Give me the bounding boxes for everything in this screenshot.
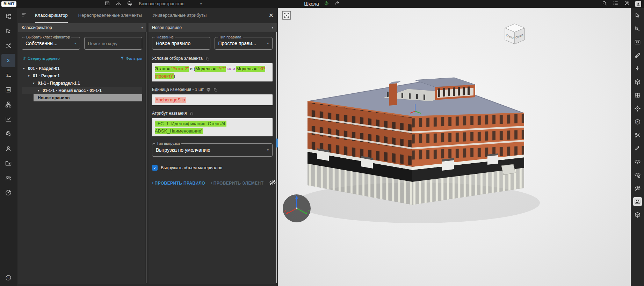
copy-icon[interactable] — [205, 56, 210, 61]
globe-edit-icon[interactable] — [127, 0, 132, 7]
viewport-3d[interactable]: Слева Сзади Z X Y — [278, 8, 644, 286]
collapse-tree-button[interactable]: Свернуть дерево — [22, 56, 60, 60]
graph-icon[interactable] — [1, 113, 15, 126]
filters-button[interactable]: Фильтры — [120, 56, 142, 60]
relations-icon[interactable] — [1, 39, 15, 52]
check-element-button[interactable]: ПРОВЕРИТЬ ЭЛЕМЕНТ — [211, 181, 263, 186]
collapse-tree-icon — [22, 56, 26, 60]
account-circle-icon[interactable] — [624, 0, 630, 7]
check-rule-button[interactable]: ПРОВЕРИТЬ ПРАВИЛО — [152, 181, 205, 186]
building-model[interactable] — [278, 8, 644, 286]
axis-gizmo[interactable]: Z X Y — [281, 192, 313, 226]
chevron-down-icon: ▾ — [265, 42, 269, 45]
workspace-label: Базовое пространство — [139, 1, 184, 6]
search-icon[interactable] — [602, 0, 607, 7]
tree-node[interactable]: ▾01 - Раздел-1 — [22, 72, 142, 79]
copy-icon[interactable] — [189, 111, 194, 116]
chevron-down-icon: ▾ — [265, 148, 269, 152]
workgroup-icon[interactable] — [116, 0, 121, 7]
2d-view-icon[interactable]: 2D — [1, 83, 15, 96]
tab-unallocated-elements[interactable]: Нераспределённые элементы — [78, 8, 142, 23]
measure-icon[interactable] — [633, 51, 642, 60]
filter-funnel-icon — [120, 56, 124, 60]
gear-icon[interactable] — [324, 0, 330, 7]
isometry-icon[interactable] — [633, 78, 642, 86]
list-icon[interactable] — [613, 0, 618, 7]
export-type-label: Тип выгрузки — [155, 141, 181, 145]
rule-type-select[interactable]: Тип правила Простое прави... ▾ — [215, 37, 273, 50]
screenshot-icon[interactable] — [633, 38, 642, 47]
archive-box-icon[interactable] — [104, 0, 110, 7]
tab-universal-attributes[interactable]: Универсальные атрибуты — [152, 8, 207, 23]
svg-text:?: ? — [8, 276, 9, 280]
code-search-field[interactable] — [84, 37, 143, 50]
select-icon[interactable] — [633, 11, 642, 20]
condition-editor[interactable]: Этаж = "Этаж 2" и (Модель = "АР" или Мод… — [152, 63, 273, 81]
visibility-settings-icon[interactable] — [633, 171, 642, 179]
locate-icon[interactable] — [633, 104, 642, 113]
tree-node[interactable]: ▾001 - Раздел-01 — [22, 65, 142, 72]
export-type-select[interactable]: Тип выгрузки Выгрузка по умолчанию ▾ — [152, 143, 273, 157]
rule-name-input[interactable] — [156, 41, 207, 46]
tree-node[interactable]: ▾01-1-1 - Новый класс - 01-1-1 — [22, 87, 142, 94]
code-search-input[interactable] — [88, 41, 139, 46]
content-row: Σ Σ 2D ? Классификатор Нераспределённые … — [0, 8, 644, 286]
svg-text:P: P — [636, 121, 638, 124]
classifier-column-header[interactable]: Классификатор ▾ — [18, 23, 146, 32]
section-box-icon[interactable] — [633, 91, 642, 100]
user-avatar-icon[interactable] — [635, 1, 641, 7]
cutline-icon[interactable] — [633, 144, 642, 153]
copy-icon[interactable] — [213, 87, 218, 92]
capture-region-button[interactable] — [282, 11, 291, 20]
tree-expander-icon[interactable]: ▾ — [23, 67, 26, 70]
sitemap-icon[interactable] — [1, 98, 15, 111]
select-cursor-icon[interactable] — [1, 24, 15, 38]
tree-node-selected[interactable]: Новое правило — [34, 94, 142, 101]
tree-expander-icon[interactable]: ▾ — [33, 81, 36, 85]
close-icon[interactable]: ✕ — [269, 13, 274, 19]
section-cut-icon[interactable] — [633, 131, 642, 140]
app-logo[interactable]: BiMiT — [1, 1, 16, 7]
markers-icon[interactable]: P — [633, 117, 642, 126]
unit-value: AnchorageSlip — [155, 97, 186, 103]
chevron-down-icon: ▾ — [72, 42, 76, 45]
classifier-select[interactable]: Выбрать классификатор Собственны... ▾ — [22, 37, 80, 50]
classifier-sum-icon[interactable]: Σ — [1, 54, 15, 67]
help-icon[interactable]: ? — [5, 274, 12, 283]
tree-node[interactable]: ▾01-1 - Подраздел-1.1 — [22, 79, 142, 87]
visibility-icon[interactable] — [633, 157, 642, 166]
multi-select-icon[interactable] — [633, 24, 642, 33]
folder-share-icon[interactable] — [1, 157, 15, 170]
unit-gear-icon[interactable] — [206, 87, 211, 92]
condition-token: Модель = — [195, 66, 217, 72]
attr-editor[interactable]: 'IFC_1_Идентификация_Стены/4. ADSK_Наиме… — [152, 118, 273, 136]
team-icon[interactable] — [1, 171, 15, 185]
clash-icon[interactable] — [633, 64, 642, 73]
share-icon[interactable] — [334, 0, 340, 7]
unit-editor[interactable]: AnchorageSlip — [152, 94, 273, 105]
clip-volume-icon[interactable] — [633, 210, 642, 219]
rule-column-header[interactable]: Новое правило ▾ — [149, 23, 277, 32]
workspace-select[interactable]: Базовое пространство ▾ — [139, 1, 202, 6]
hide-icon[interactable] — [633, 184, 642, 193]
panel-menu-icon[interactable] — [21, 12, 27, 19]
tree-expander-icon[interactable]: ▾ — [38, 89, 41, 92]
tab-classifier[interactable]: Классификатор — [35, 8, 68, 23]
materials-checkbox[interactable] — [152, 165, 158, 171]
view-cube[interactable]: Слева Сзади — [501, 20, 528, 48]
condition-section-label: Условие отбора элемента — [152, 56, 273, 61]
dashboard-icon[interactable] — [1, 186, 15, 199]
classifier-column: Классификатор ▾ Выбрать классификатор Со… — [18, 23, 146, 284]
tree-expander-icon[interactable]: ▾ — [28, 74, 31, 78]
rule-name-field[interactable]: Название — [152, 37, 210, 50]
plugins-icon[interactable] — [1, 127, 15, 141]
sum-add-icon[interactable]: Σ — [1, 69, 15, 82]
classifier-tree: ▾001 - Раздел-01 ▾01 - Раздел-1 ▾01-1 - … — [22, 65, 142, 101]
user-icon[interactable] — [1, 142, 15, 155]
hierarchy-icon[interactable] — [1, 10, 15, 23]
condition-token: ) — [174, 73, 175, 79]
topbar-right — [602, 0, 641, 7]
eye-off-icon[interactable] — [269, 179, 276, 187]
walls-mode-icon[interactable] — [633, 197, 642, 206]
panel-columns: Классификатор ▾ Выбрать классификатор Со… — [17, 23, 278, 286]
